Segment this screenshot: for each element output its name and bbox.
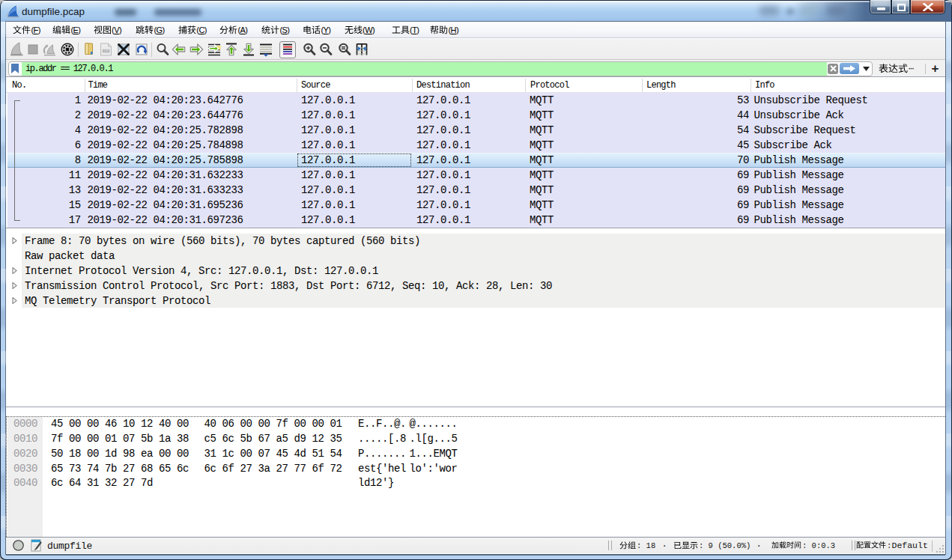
svg-text:010: 010 <box>103 49 110 54</box>
